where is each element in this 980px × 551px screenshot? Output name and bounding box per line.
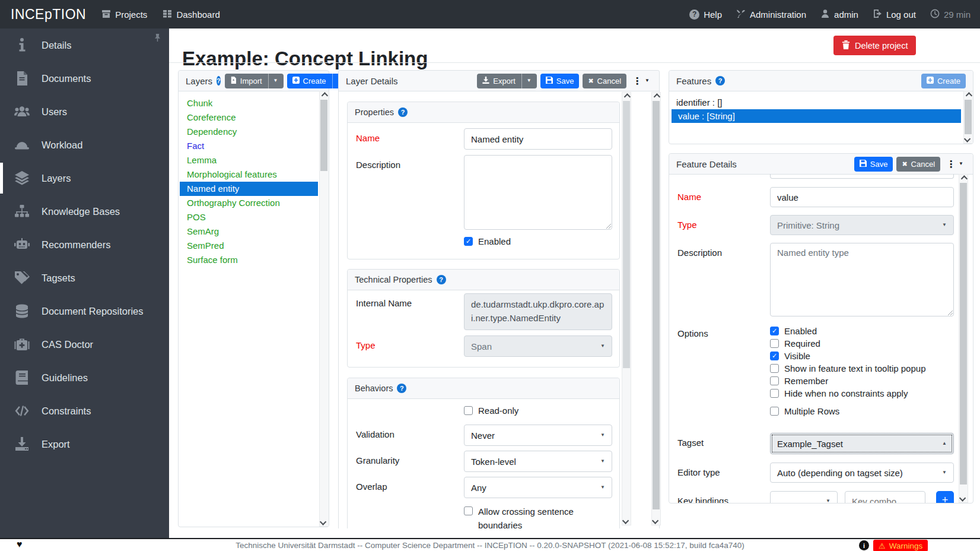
help-icon[interactable]: ? bbox=[397, 384, 406, 393]
scroll-down-arrow[interactable] bbox=[320, 518, 328, 526]
cancel-feature-button[interactable]: ✖ Cancel bbox=[896, 157, 940, 172]
scroll-up-arrow[interactable] bbox=[652, 93, 660, 101]
enabled-checkbox[interactable] bbox=[464, 237, 473, 246]
scroll-down-arrow[interactable] bbox=[964, 135, 972, 143]
import-button[interactable]: Import ▼ bbox=[225, 74, 284, 88]
nav-help[interactable]: ? Help bbox=[689, 10, 722, 20]
visible-checkbox[interactable] bbox=[770, 352, 779, 360]
layer-details-scrollbar[interactable] bbox=[622, 92, 631, 525]
sidebar-item-guidelines[interactable]: Guidelines bbox=[0, 361, 169, 394]
overlap-select[interactable]: Any ▼ bbox=[464, 477, 612, 498]
nav-dashboard[interactable]: Dashboard bbox=[163, 9, 219, 20]
scroll-down-arrow[interactable] bbox=[652, 517, 660, 525]
enabled-checkbox[interactable] bbox=[770, 327, 779, 335]
sidebar-item-document-repositories[interactable]: Document Repositories bbox=[0, 294, 169, 328]
layers-scrollbar[interactable] bbox=[319, 91, 329, 527]
create-feature-button[interactable]: Create bbox=[921, 74, 966, 88]
help-icon[interactable]: ? bbox=[217, 76, 221, 86]
scroll-up-arrow[interactable] bbox=[959, 175, 968, 183]
help-icon[interactable]: ? bbox=[437, 275, 446, 284]
feature-more-menu[interactable]: ⋮ ▼ bbox=[944, 159, 966, 170]
sidebar-item-cas-doctor[interactable]: CAS Doctor bbox=[0, 328, 169, 361]
help-icon[interactable]: ? bbox=[715, 76, 725, 86]
sidebar-item-documents[interactable]: Documents bbox=[0, 62, 169, 95]
validation-select[interactable]: Never ▼ bbox=[464, 425, 612, 446]
required-checkbox[interactable] bbox=[770, 339, 779, 348]
download-icon bbox=[13, 437, 31, 451]
sidebar-item-constraints[interactable]: Constraints bbox=[0, 394, 169, 428]
save-layer-label: Save bbox=[556, 77, 574, 86]
key-binding-select[interactable]: ▼ bbox=[770, 491, 838, 504]
scroll-up-arrow[interactable] bbox=[622, 93, 631, 101]
save-feature-button[interactable]: Save bbox=[854, 157, 893, 172]
cancel-layer-button[interactable]: ✖ Cancel bbox=[583, 74, 626, 88]
nav-user[interactable]: admin bbox=[820, 9, 858, 20]
layer-item[interactable]: Coreference bbox=[179, 110, 329, 125]
layer-item[interactable]: Lemma bbox=[179, 153, 329, 167]
info-circle-icon[interactable]: i bbox=[859, 540, 869, 550]
sidebar-item-knowledge-bases[interactable]: Knowledge Bases bbox=[0, 195, 169, 228]
sidebar-item-tagsets[interactable]: Tagsets bbox=[0, 261, 169, 294]
scroll-up-arrow[interactable] bbox=[320, 91, 328, 100]
sidebar-item-layers[interactable]: Layers bbox=[0, 162, 169, 195]
multiple-rows-checkbox[interactable] bbox=[770, 407, 779, 416]
layer-name-input[interactable] bbox=[464, 128, 612, 150]
feature-name-input[interactable] bbox=[770, 187, 954, 207]
layer-item[interactable]: Fact bbox=[179, 139, 329, 153]
layer-description-textarea[interactable] bbox=[464, 155, 612, 230]
layer-item[interactable]: SemPred bbox=[179, 239, 329, 253]
layer-item-selected[interactable]: Named entity bbox=[180, 182, 318, 196]
layer-item[interactable]: SemArg bbox=[179, 224, 329, 239]
export-button[interactable]: Export ▼ bbox=[477, 74, 537, 88]
editor-type-select[interactable]: Auto (depending on tagset size) ▼ bbox=[770, 463, 954, 483]
layer-item[interactable]: POS bbox=[179, 210, 329, 224]
layer-item[interactable]: Orthography Correction bbox=[179, 196, 329, 210]
create-layer-label: Create bbox=[303, 77, 326, 86]
feature-type-select[interactable]: Primitive: String ▼ bbox=[770, 215, 954, 235]
scroll-thumb[interactable] bbox=[623, 101, 630, 368]
tagset-select[interactable]: Example_Tagset ▲ bbox=[770, 433, 954, 454]
nav-administration[interactable]: Administration bbox=[736, 9, 806, 20]
layer-type-select[interactable]: Span ▼ bbox=[464, 335, 612, 357]
kebab-icon: ⋮ bbox=[632, 75, 642, 87]
remember-checkbox[interactable] bbox=[770, 376, 779, 385]
layer-item[interactable]: Dependency bbox=[179, 125, 329, 139]
sidebar-item-recommenders[interactable]: Recommenders bbox=[0, 228, 169, 261]
scroll-thumb[interactable] bbox=[965, 100, 972, 134]
layer-item[interactable]: Surface form bbox=[179, 253, 329, 267]
feature-description-textarea[interactable]: Named entity type bbox=[770, 243, 954, 316]
warnings-button[interactable]: ⚠ Warnings bbox=[873, 540, 928, 551]
layer-item[interactable]: Morphological features bbox=[179, 167, 329, 182]
features-scrollbar[interactable] bbox=[963, 91, 973, 144]
tooltip-checkbox[interactable] bbox=[770, 364, 779, 373]
scroll-thumb[interactable] bbox=[960, 183, 967, 484]
scroll-down-arrow[interactable] bbox=[622, 517, 631, 525]
help-icon[interactable]: ? bbox=[398, 107, 408, 117]
hide-constraints-checkbox[interactable] bbox=[770, 389, 779, 398]
scroll-down-arrow[interactable] bbox=[959, 494, 968, 502]
crossing-checkbox[interactable] bbox=[464, 506, 473, 515]
layer-more-menu[interactable]: ⋮ ▼ bbox=[630, 75, 652, 87]
feature-item-selected[interactable]: value : [String] bbox=[672, 109, 961, 123]
middle-column-scrollbar[interactable] bbox=[651, 92, 661, 525]
layer-item[interactable]: Chunk bbox=[179, 96, 329, 110]
nav-logout[interactable]: Log out bbox=[873, 9, 916, 20]
save-layer-button[interactable]: Save bbox=[540, 74, 580, 88]
sidebar-item-export[interactable]: Export bbox=[0, 428, 169, 461]
pin-icon[interactable] bbox=[153, 33, 162, 45]
feature-details-scrollbar[interactable] bbox=[959, 174, 968, 503]
sidebar-item-details[interactable]: Details bbox=[0, 28, 169, 62]
sidebar-item-workload[interactable]: Workload bbox=[0, 128, 169, 162]
sidebar-item-users[interactable]: Users bbox=[0, 95, 169, 128]
granularity-select[interactable]: Token-level ▼ bbox=[464, 451, 612, 472]
feature-item[interactable]: identifier : [] bbox=[672, 96, 961, 109]
scroll-thumb[interactable] bbox=[653, 101, 660, 509]
scroll-up-arrow[interactable] bbox=[964, 91, 972, 100]
delete-project-button[interactable]: Delete project bbox=[833, 36, 916, 55]
key-combo-input[interactable] bbox=[845, 491, 925, 504]
nav-projects[interactable]: Projects bbox=[101, 9, 147, 20]
add-key-binding-button[interactable]: + bbox=[936, 491, 954, 504]
scroll-thumb[interactable] bbox=[320, 100, 327, 171]
read-only-checkbox[interactable] bbox=[464, 406, 473, 415]
app-brand[interactable]: INCEpTION bbox=[11, 7, 86, 23]
